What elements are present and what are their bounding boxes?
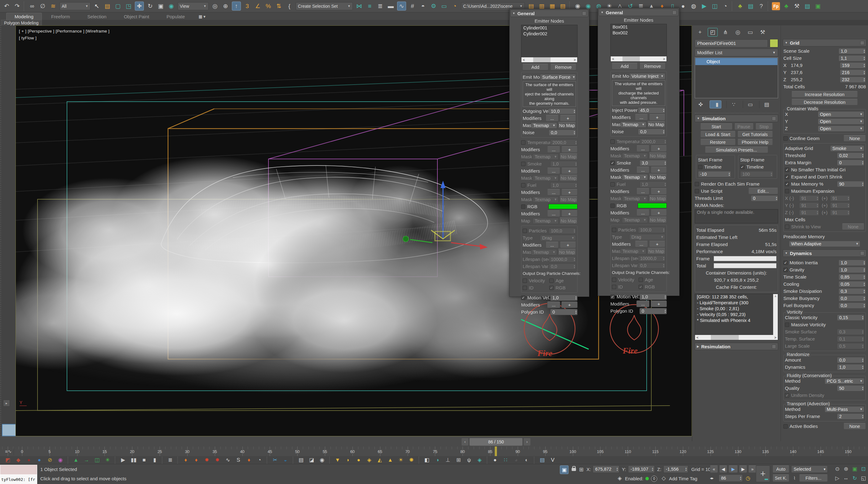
dropdown[interactable]: Texmap▼ (533, 196, 559, 203)
general-rollout-header-a[interactable]: ▼ General (510, 10, 588, 17)
spinner-field[interactable]: 0,0▴▾ (549, 130, 576, 136)
checkbox[interactable] (698, 165, 703, 169)
key-filters-button[interactable]: Filters... (799, 474, 828, 482)
none-button[interactable]: None (843, 423, 866, 429)
spinner-field[interactable]: 1,0▴▾ (640, 294, 667, 300)
plugin-icon-10[interactable]: ✳ (104, 457, 111, 463)
spinner-field[interactable]: 91▴▾ (830, 209, 850, 216)
plugin-icon-41[interactable]: ☀ (397, 457, 404, 463)
plugin-icon-32[interactable]: ◪ (308, 457, 315, 463)
object-color-swatch[interactable] (770, 39, 778, 47)
selection-lock-icon[interactable] (571, 468, 576, 471)
select-scale-icon[interactable]: ▣ (157, 2, 165, 10)
checkbox[interactable] (521, 183, 525, 188)
window-crossing-icon[interactable]: ◳ (124, 2, 133, 10)
ribbon-toggle-icon[interactable]: ▬ (386, 2, 395, 10)
spinner-field[interactable]: 10000,0▴▾ (549, 256, 576, 262)
spinner-field[interactable]: 232▴▾ (840, 76, 866, 83)
pan-hand-icon[interactable]: ↔ (842, 474, 850, 482)
checkbox[interactable]: ✓ (785, 182, 789, 186)
spinner-field[interactable]: 1,0▴▾ (550, 182, 578, 188)
plugin-icon-7[interactable]: ▲ (72, 457, 80, 463)
spinner-field[interactable]: 45,0▴▾ (638, 107, 665, 114)
spinner-field[interactable]: 2000,0▴▾ (640, 138, 667, 145)
dropdown[interactable]: Open▼ (818, 118, 864, 125)
plugin-icon-21[interactable]: ✸ (204, 457, 210, 463)
checkbox[interactable]: ✓ (783, 261, 788, 265)
go-to-start-button[interactable]: « (710, 465, 718, 473)
plugin-icon-33[interactable]: ◉ (319, 457, 326, 463)
--button[interactable]: + (651, 209, 667, 216)
green-frame-icon[interactable]: ▣ (814, 2, 822, 10)
current-frame-field[interactable]: 86▴▾ (719, 474, 743, 482)
checkbox[interactable] (610, 203, 615, 208)
edit--button[interactable]: Edit... (748, 188, 778, 194)
plugin-icon-49[interactable]: ◈ (476, 457, 483, 463)
zoom-all-icon[interactable]: ⊛ (842, 465, 850, 473)
dynamics-rollout-header[interactable]: ▼ Dynamics (783, 250, 866, 257)
percent-snap-icon[interactable]: % (264, 2, 273, 10)
plugin-icon-5[interactable]: ◉ (57, 457, 64, 463)
checkbox[interactable] (521, 140, 525, 145)
checkbox[interactable] (523, 286, 527, 290)
select-by-name-icon[interactable]: ▤ (103, 2, 112, 10)
plugin-icon-3[interactable]: ● (36, 457, 43, 463)
plugin-icon-8[interactable]: → (83, 457, 90, 463)
dropdown[interactable]: Texmap▼ (620, 248, 646, 254)
checkbox[interactable] (523, 279, 527, 283)
dropdown[interactable]: Open▼ (818, 126, 864, 132)
--button[interactable]: ... (547, 301, 560, 308)
spinner-field[interactable]: 90▴▾ (837, 181, 864, 187)
spinner-field[interactable]: 0,15▴▾ (837, 315, 864, 321)
checkbox[interactable] (610, 182, 615, 187)
forest-green-icon[interactable]: ♣ (782, 2, 790, 10)
layer-manager-icon[interactable]: ≣ (376, 2, 384, 10)
spinner-field[interactable]: 91▴▾ (830, 195, 850, 201)
spinner-field[interactable]: 50▴▾ (837, 385, 864, 391)
dropdown[interactable]: Texmap▼ (533, 218, 559, 224)
list-box[interactable]: [GRID: 112 238 352 cells,- Liquid/Temper… (695, 294, 778, 340)
bind-spacewarp-icon[interactable]: ≋ (49, 2, 57, 10)
list-box[interactable]: Cylinder001Cylinder002<> (521, 25, 578, 63)
checkbox[interactable] (521, 162, 525, 166)
select-move-icon[interactable]: ✚ (135, 2, 144, 10)
bulb-icon[interactable]: ◍ (689, 2, 698, 10)
spinner-field[interactable]: 100,0▴▾ (638, 227, 665, 233)
spinner-field[interactable]: 1,0▴▾ (550, 161, 578, 167)
--button[interactable]: + (651, 300, 667, 307)
load-start-button[interactable]: Load & Start (700, 131, 736, 137)
add-button[interactable]: Add (522, 64, 548, 70)
spinner-snap-icon[interactable]: ⇅ (275, 2, 283, 10)
transform-typein-icon[interactable]: ⊞ (577, 465, 585, 474)
spinner-field[interactable]: 91▴▾ (830, 202, 850, 208)
spinner-field[interactable]: 0,0▴▾ (549, 263, 576, 269)
spinner-field[interactable]: 100▴▾ (740, 171, 773, 177)
zoom-extents-icon[interactable]: ▣ (850, 465, 859, 473)
tab-motion-icon[interactable]: ◎ (733, 28, 742, 36)
spinner-field[interactable]: 216▴▾ (840, 69, 866, 75)
next-frame-arrow[interactable]: › (523, 438, 531, 446)
ribbon-tab-modeling[interactable]: Modeling (6, 13, 42, 20)
select-object-icon[interactable]: ↖ (93, 2, 101, 10)
horizontal-scrollbar[interactable]: <> (611, 56, 666, 61)
viewport-layout-button[interactable] (2, 424, 16, 436)
spinner-field[interactable]: -10▴▾ (698, 171, 731, 177)
checkbox[interactable]: ✓ (783, 268, 788, 272)
redo-icon[interactable]: ↷ (13, 2, 21, 10)
spinner-field[interactable]: 1,0▴▾ (550, 295, 578, 301)
no-map-button[interactable]: No Map (560, 175, 578, 181)
select-rotate-icon[interactable]: ↻ (146, 2, 154, 10)
list-box[interactable]: Box001Box002<> (610, 24, 667, 62)
checkbox[interactable] (785, 225, 789, 229)
ribbon-tab-object-paint[interactable]: Object Paint (116, 13, 157, 20)
plugin-icon-46[interactable]: ⊥ (444, 457, 452, 463)
--button[interactable]: + (561, 168, 578, 174)
plugin-icon-25[interactable]: ♦ (246, 457, 252, 463)
plugin-icon-1[interactable]: ◆ (15, 457, 22, 463)
spinner-field[interactable]: 0,1▴▾ (837, 336, 864, 342)
plugin-icon-40[interactable]: ▲ (387, 457, 394, 463)
tab-utilities-icon[interactable]: ⚒ (758, 28, 767, 36)
checkbox[interactable] (549, 279, 554, 283)
simulation-presets--button[interactable]: Simulation Presets... (705, 147, 768, 153)
rendered-frame-icon[interactable]: ▭ (440, 2, 448, 10)
